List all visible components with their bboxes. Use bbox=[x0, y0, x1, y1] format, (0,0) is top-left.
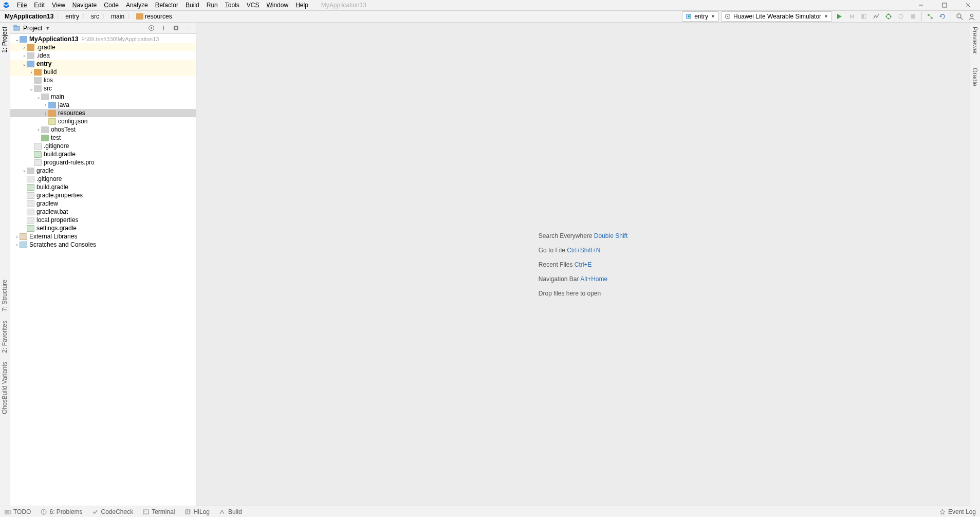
menu-tools[interactable]: Tools bbox=[221, 2, 243, 9]
status-item-hilog[interactable]: HHiLog bbox=[184, 508, 210, 515]
minimize-button[interactable] bbox=[909, 0, 933, 10]
menu-refactor[interactable]: Refactor bbox=[152, 2, 182, 9]
coverage-button[interactable] bbox=[859, 11, 869, 22]
menu-navigate[interactable]: Navigate bbox=[69, 2, 100, 9]
breadcrumb-label: MyApplication13 bbox=[5, 13, 53, 20]
tree-row[interactable]: ⌄MyApplication13F:\09.test\330\MyApplica… bbox=[10, 35, 196, 43]
menu-build[interactable]: Build bbox=[182, 2, 203, 9]
search-icon[interactable] bbox=[954, 11, 965, 22]
tree-row[interactable]: .gitignore bbox=[10, 175, 196, 183]
stop-button[interactable] bbox=[908, 11, 918, 22]
tree-row[interactable]: build.gradle bbox=[10, 183, 196, 191]
chevron-down-icon[interactable]: ⌄ bbox=[22, 61, 27, 67]
status-item-todo[interactable]: TODO bbox=[4, 508, 31, 515]
chevron-right-icon[interactable]: › bbox=[14, 242, 20, 248]
chevron-down-icon[interactable]: ▼ bbox=[45, 26, 50, 31]
tree-row[interactable]: gradlew.bat bbox=[10, 208, 196, 216]
debug-button[interactable] bbox=[883, 11, 894, 22]
tree-row[interactable]: build.gradle bbox=[10, 150, 196, 158]
tree-row[interactable]: ›java bbox=[10, 101, 196, 109]
tree-row[interactable]: ›ohosTest bbox=[10, 125, 196, 134]
tip-text: Drop files here to open bbox=[539, 290, 601, 297]
chevron-right-icon[interactable]: › bbox=[14, 234, 20, 239]
maximize-button[interactable] bbox=[933, 0, 956, 10]
tree-row[interactable]: proguard-rules.pro bbox=[10, 158, 196, 167]
breadcrumb-label: src bbox=[91, 13, 99, 20]
select-opened-file-icon[interactable] bbox=[146, 24, 156, 33]
chevron-right-icon[interactable]: › bbox=[22, 168, 27, 174]
chevron-right-icon[interactable]: › bbox=[43, 110, 48, 116]
profile-button[interactable] bbox=[871, 11, 881, 22]
tree-row[interactable]: test bbox=[10, 134, 196, 142]
tree-row[interactable]: ›resources bbox=[10, 109, 196, 117]
breadcrumb-item[interactable]: src bbox=[89, 13, 101, 20]
tree-row[interactable]: local.properties bbox=[10, 216, 196, 224]
tree-row[interactable]: ⌄src bbox=[10, 84, 196, 93]
file-icon bbox=[20, 242, 27, 248]
menu-view[interactable]: View bbox=[48, 2, 69, 9]
breadcrumb-separator: 〉 bbox=[81, 12, 89, 21]
close-button[interactable] bbox=[956, 0, 980, 10]
tree-row[interactable]: .gitignore bbox=[10, 142, 196, 150]
breadcrumb-item[interactable]: resources bbox=[135, 13, 174, 20]
chevron-right-icon[interactable]: › bbox=[36, 127, 41, 133]
tree-row[interactable]: ⌄entry bbox=[10, 60, 196, 68]
chevron-right-icon[interactable]: › bbox=[22, 45, 27, 50]
status-item-6-problems[interactable]: 6: Problems bbox=[40, 508, 82, 515]
menu-vcs[interactable]: VCS bbox=[243, 2, 263, 9]
chevron-right-icon[interactable]: › bbox=[43, 102, 48, 108]
tool-tab-variants[interactable]: OhosBuild Variants bbox=[1, 362, 8, 414]
event-log-button[interactable]: Event Log bbox=[939, 508, 976, 515]
tree-row[interactable]: ›.idea bbox=[10, 51, 196, 60]
menu-analyze[interactable]: Analyze bbox=[122, 2, 152, 9]
sync-button[interactable] bbox=[937, 11, 948, 22]
menu-file[interactable]: File bbox=[13, 2, 30, 9]
device-combo[interactable]: Huawei Lite Wearable Simulator ▼ bbox=[721, 11, 832, 22]
tree-row[interactable]: ›Scratches and Consoles bbox=[10, 241, 196, 249]
editor-area[interactable]: Search Everywhere Double ShiftGo to File… bbox=[196, 23, 970, 506]
status-item-terminal[interactable]: Terminal bbox=[142, 508, 175, 515]
debug-attach-button[interactable] bbox=[846, 11, 857, 22]
gear-icon[interactable] bbox=[171, 24, 180, 33]
chevron-right-icon[interactable]: › bbox=[22, 53, 27, 59]
tree-row[interactable]: gradlew bbox=[10, 199, 196, 208]
tool-tab-project[interactable]: 1: Project bbox=[1, 27, 8, 53]
tree-row[interactable]: settings.gradle bbox=[10, 224, 196, 232]
tool-tab-favorites[interactable]: 2: Favorites bbox=[1, 321, 8, 353]
tree-row[interactable]: ›External Libraries bbox=[10, 232, 196, 241]
run-button[interactable] bbox=[834, 11, 844, 22]
tip-text: Search Everywhere bbox=[539, 232, 594, 239]
run-config-combo[interactable]: entry ▼ bbox=[682, 11, 719, 22]
account-icon[interactable] bbox=[967, 11, 977, 22]
menu-edit[interactable]: Edit bbox=[30, 2, 48, 9]
tree-row[interactable]: ›.gradle bbox=[10, 43, 196, 51]
hide-panel-icon[interactable] bbox=[183, 24, 193, 33]
chevron-down-icon[interactable]: ⌄ bbox=[14, 36, 20, 42]
expand-all-icon[interactable] bbox=[159, 24, 168, 33]
status-item-build[interactable]: Build bbox=[219, 508, 242, 515]
tool-tab-previewer[interactable]: Previewer bbox=[971, 27, 978, 54]
breadcrumb-item[interactable]: entry bbox=[64, 13, 81, 20]
tree-row[interactable]: gradle.properties bbox=[10, 191, 196, 199]
chevron-down-icon[interactable]: ⌄ bbox=[36, 94, 41, 100]
breadcrumb-item[interactable]: MyApplication13 bbox=[3, 13, 55, 20]
tree-row[interactable]: ›build bbox=[10, 68, 196, 76]
attach-debugger-button[interactable] bbox=[896, 11, 906, 22]
tree-row[interactable]: libs bbox=[10, 76, 196, 84]
tool-tab-structure[interactable]: 7: Structure bbox=[1, 280, 8, 311]
menu-help[interactable]: Help bbox=[292, 2, 312, 9]
tree-row[interactable]: config.json bbox=[10, 117, 196, 125]
tool-tab-gradle[interactable]: Gradle bbox=[971, 68, 978, 86]
breadcrumb-item[interactable]: main bbox=[109, 13, 126, 20]
menu-code[interactable]: Code bbox=[100, 2, 122, 9]
project-tree[interactable]: ⌄MyApplication13F:\09.test\330\MyApplica… bbox=[10, 34, 196, 506]
menu-run[interactable]: Run bbox=[203, 2, 221, 9]
status-item-codecheck[interactable]: CodeCheck bbox=[91, 508, 133, 515]
menu-window[interactable]: Window bbox=[263, 2, 292, 9]
tree-row[interactable]: ⌄main bbox=[10, 93, 196, 101]
vcs-button[interactable] bbox=[925, 11, 935, 22]
breadcrumb[interactable]: MyApplication13〉entry〉src〉main〉resources bbox=[0, 11, 174, 22]
tree-row[interactable]: ›gradle bbox=[10, 167, 196, 175]
chevron-down-icon[interactable]: ⌄ bbox=[29, 86, 34, 91]
chevron-right-icon[interactable]: › bbox=[29, 69, 34, 75]
